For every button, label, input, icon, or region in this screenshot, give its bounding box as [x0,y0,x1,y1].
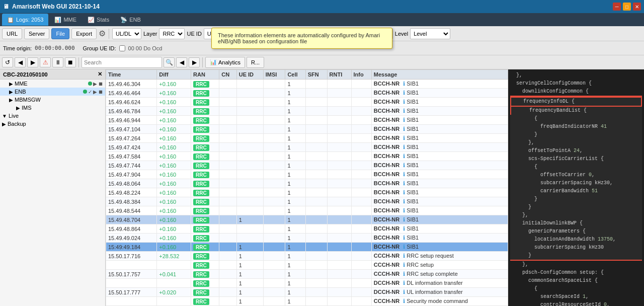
table-row[interactable]: 15.49.48.384 +0.160 RRC 1 BCCH-NR ℹ SIB1 [106,197,508,206]
cell-cn [219,161,236,170]
table-row[interactable]: 15:49:49.184 +0.160 RRC 1 1 BCCH-NR ℹ SI… [106,243,508,252]
cell-time: 15.49.46.464 [106,89,157,98]
sidebar-item-mbmsgw[interactable]: ▶ MBMSGW [0,96,105,104]
imsi-input[interactable] [246,29,306,38]
sidebar-item-enb[interactable]: ▶ ENB ✓ ▶ ⏹ [0,88,105,96]
mme-play-icon[interactable]: ▶ [93,81,97,87]
file-button[interactable]: File [51,28,69,39]
table-row[interactable]: 15.49.47.264 +0.160 RRC 1 BCCH-NR ℹ SIB1 [106,134,508,143]
next-result-button[interactable]: ▶ [189,57,200,67]
sidebar-item-live[interactable]: ▼ Live [0,112,105,120]
table-row[interactable]: 15.49.47.104 +0.160 RRC 1 BCCH-NR ℹ SIB1 [106,125,508,134]
table-row[interactable]: 15.49.47.744 +0.160 RRC 1 BCCH-NR ℹ SIB1 [106,161,508,170]
group-ue-checkbox[interactable] [119,45,125,51]
back-button[interactable]: ◀ [15,57,26,67]
tab-logs[interactable]: 📋 Logs: 2053 [2,14,48,26]
cell-ue-id [236,206,263,215]
cell-sfn [305,261,327,270]
table-area[interactable]: Time Diff RAN CN UE ID IMSI Cell SFN RNT… [106,69,508,306]
cell-imsi [263,125,285,134]
layer-select[interactable]: RRCMACPHY [159,28,185,39]
table-row[interactable]: RRC 1 1 CCCH-NR ℹ Security mode command [106,297,508,306]
table-row[interactable]: 15.49.48.704 +0.160 RRC 1 1 BCCH-NR ℹ SI… [106,215,508,224]
cell-cell: 1 [285,89,305,98]
table-row[interactable]: 15.49.46.944 +0.160 RRC 1 BCCH-NR ℹ SIB1 [106,116,508,125]
table-row[interactable]: 15.50.17.777 +0.020 RRC 1 1 DCCH-NR ℹ UL… [106,288,508,297]
stop-button[interactable]: ⏹ [65,57,76,67]
mme-icon: 📊 [54,17,61,23]
tab-stats[interactable]: 📈 Stats [83,14,114,26]
code-line: frequencyInfoDL { [511,97,641,106]
table-row[interactable]: 15.49.46.464 +0.160 RRC 1 BCCH-NR ℹ SIB1 [106,89,508,98]
cell-id-select[interactable]: Cell ID [310,28,356,39]
table-row[interactable]: 15.49.46.784 +0.160 RRC 1 BCCH-NR ℹ SIB1 [106,107,508,116]
cell-sfn [305,224,327,234]
table-row[interactable]: 15.49.48.224 +0.160 RRC 1 BCCH-NR ℹ SIB1 [106,188,508,197]
cell-ran: RRC [191,89,219,98]
cell-diff: +0.041 [157,270,191,279]
tab-mme[interactable]: 📊 MME [49,14,82,26]
table-row[interactable]: 15.49.49.024 +0.160 RRC 1 BCCH-NR ℹ SIB1 [106,234,508,243]
minimize-button[interactable]: ─ [613,3,621,11]
tab-enb[interactable]: 📡 ENB [115,14,146,26]
table-row[interactable]: 15.49.48.064 +0.160 RRC 1 BCCH-NR ℹ SIB1 [106,179,508,188]
cell-time: 15.49.46.624 [106,98,157,107]
code-line: freqBandIndicatorNR 41 [510,123,642,131]
col-rnti: RNTI [327,70,351,80]
enb-action1[interactable]: ✓ [88,89,92,95]
analytics-button[interactable]: 📊 Analytics [205,57,245,68]
cell-rnti [327,80,351,89]
close-button[interactable]: ✕ [633,3,641,11]
col-diff: Diff [157,70,191,80]
col-imsi: IMSI [263,70,285,80]
prev-result-button[interactable]: ◀ [176,57,187,67]
search-input[interactable] [82,57,162,68]
sidebar-item-ims[interactable]: ▶ IMS [0,104,105,112]
cell-ran: RRC [191,170,219,179]
col-ran: RAN [191,70,219,80]
mme-stop-icon[interactable]: ⏹ [98,81,103,87]
table-row[interactable]: 15.50.17.716 +28.532 RRC 1 1 CCCH-NR ℹ R… [106,252,508,261]
table-row[interactable]: RRC 1 1 CCCH-NR ℹ RRC setup [106,261,508,270]
info-select[interactable]: Info [358,28,393,39]
forward-button[interactable]: ▶ [27,57,38,67]
cell-rnti [327,270,351,279]
ue-id-select[interactable]: UE ID [204,28,244,39]
cell-time: 15.49.47.904 [106,170,157,179]
cell-ran: RRC [191,234,219,243]
right-panel[interactable]: }, servingCellConfigCommon { downlinkCon… [508,69,644,306]
table-row[interactable]: 15.49.47.424 +0.160 RRC 1 BCCH-NR ℹ SIB1 [106,143,508,152]
export-button[interactable]: Export [71,28,97,39]
maximize-button[interactable]: □ [623,3,631,11]
sidebar-item-backup[interactable]: ▶ Backup [0,120,105,128]
cell-ran: RRC [191,279,219,288]
level-select[interactable]: Level [410,28,450,39]
settings-icon[interactable]: ⚙ [99,29,106,38]
table-row[interactable]: 15.49.47.904 +0.160 RRC 1 BCCH-NR ℹ SIB1 [106,170,508,179]
warning-button[interactable]: ⚠ [40,57,51,67]
cell-diff: +0.160 [157,89,191,98]
table-row[interactable]: 15.49.47.584 +0.160 RRC 1 BCCH-NR ℹ SIB1 [106,152,508,161]
sidebar-item-mme[interactable]: ▶ MME ▶ ⏹ [0,80,105,88]
cell-sfn [305,107,327,116]
code-line: } [510,252,642,261]
refresh-view-button[interactable]: R... [247,57,264,68]
table-row[interactable]: 15.49.46.304 +0.160 RRC 1 BCCH-NR ℹ SIB1 [106,80,508,89]
enb-stop-icon[interactable]: ⏹ [98,89,103,95]
table-row[interactable]: 15.49.48.544 +0.160 RRC 1 BCCH-NR ℹ SIB1 [106,206,508,215]
url-button[interactable]: URL [2,28,22,39]
col-message: Message [371,70,508,80]
sidebar-close-icon[interactable]: ✕ [98,71,102,78]
table-row[interactable]: 15.50.17.757 +0.041 RRC 1 1 CCCH-NR ℹ RR… [106,270,508,279]
search-icon-btn[interactable]: 🔍 [164,57,175,67]
table-row[interactable]: 15.49.48.864 +0.160 RRC 1 BCCH-NR ℹ SIB1 [106,224,508,234]
direction-select[interactable]: UL/DLULDL [112,28,141,39]
refresh-button[interactable]: ↺ [2,57,13,67]
table-row[interactable]: 15.49.46.624 +0.160 RRC 1 BCCH-NR ℹ SIB1 [106,98,508,107]
cell-rnti [327,161,351,170]
enb-play-icon[interactable]: ▶ [93,89,97,95]
pause-button[interactable]: ⏸ [52,57,63,67]
server-button[interactable]: Server [24,28,49,39]
cell-ue-id: 1 [236,288,263,297]
table-row[interactable]: RRC 1 1 DCCH-NR ℹ DL information transfe… [106,279,508,288]
